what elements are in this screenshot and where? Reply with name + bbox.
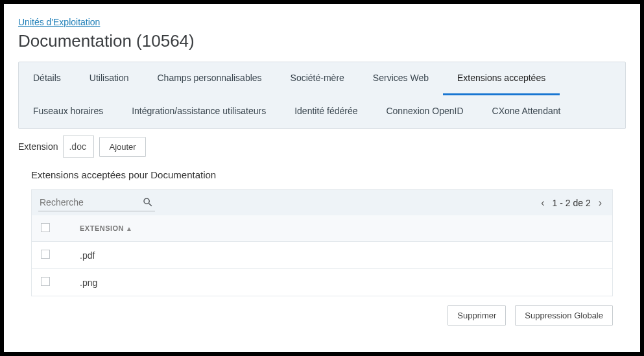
tab-services[interactable]: Services Web bbox=[359, 62, 443, 95]
table-footer: Supprimer Suppression Globale bbox=[31, 296, 613, 326]
add-button[interactable]: Ajouter bbox=[99, 137, 145, 157]
extension-add-row: Extension Ajouter bbox=[18, 129, 626, 169]
tab-champs[interactable]: Champs personnalisables bbox=[143, 62, 276, 95]
tab-societe[interactable]: Société-mère bbox=[276, 62, 359, 95]
delete-button[interactable]: Supprimer bbox=[447, 305, 506, 326]
search-input[interactable] bbox=[40, 197, 124, 208]
tab-openid[interactable]: Connexion OpenID bbox=[372, 95, 477, 128]
tab-integration[interactable]: Intégration/assistance utilisateurs bbox=[117, 95, 280, 128]
tabs-bar: Détails Utilisation Champs personnalisab… bbox=[18, 62, 626, 129]
column-header-label: EXTENSION bbox=[80, 224, 124, 232]
tabs-row-2: Fuseaux horaires Intégration/assistance … bbox=[19, 95, 625, 128]
row-checkbox[interactable] bbox=[41, 277, 50, 286]
row-extension-cell: .png bbox=[71, 269, 612, 296]
table-toolbar: ‹ 1 - 2 de 2 › bbox=[31, 189, 613, 215]
table-row: .pdf bbox=[32, 242, 612, 269]
accepted-extensions-section: Extensions acceptées pour Documentation … bbox=[18, 169, 626, 326]
tab-cxone[interactable]: CXone Attendant bbox=[478, 95, 575, 128]
search-icon[interactable] bbox=[142, 196, 154, 208]
column-header-extension[interactable]: EXTENSION▲ bbox=[71, 215, 612, 242]
section-title: Extensions acceptées pour Documentation bbox=[31, 169, 613, 180]
pagination-text: 1 - 2 de 2 bbox=[553, 198, 591, 208]
page-prev-icon[interactable]: ‹ bbox=[541, 197, 544, 209]
select-all-checkbox[interactable] bbox=[41, 223, 50, 232]
extension-input[interactable] bbox=[63, 136, 94, 158]
table-row: .png bbox=[32, 269, 612, 296]
table-header-row: EXTENSION▲ bbox=[32, 215, 612, 242]
tab-fuseaux[interactable]: Fuseaux horaires bbox=[19, 95, 117, 128]
search-wrap bbox=[38, 194, 155, 211]
page-title: Documentation (10564) bbox=[18, 31, 626, 51]
tab-extensions[interactable]: Extensions acceptées bbox=[443, 62, 560, 95]
breadcrumb[interactable]: Unités d'Exploitation bbox=[18, 17, 626, 27]
tab-utilisation[interactable]: Utilisation bbox=[75, 62, 143, 95]
tab-identite[interactable]: Identité fédérée bbox=[280, 95, 372, 128]
tab-details[interactable]: Détails bbox=[19, 62, 75, 95]
row-checkbox[interactable] bbox=[41, 250, 50, 259]
extension-label: Extension bbox=[18, 141, 58, 152]
select-all-header bbox=[32, 215, 71, 242]
extensions-table: EXTENSION▲ .pdf .png bbox=[32, 215, 612, 296]
app-frame: Unités d'Exploitation Documentation (105… bbox=[4, 4, 640, 352]
tabs-row-1: Détails Utilisation Champs personnalisab… bbox=[19, 62, 625, 95]
page-next-icon[interactable]: › bbox=[599, 197, 602, 209]
table-wrap: EXTENSION▲ .pdf .png bbox=[31, 215, 613, 296]
global-delete-button[interactable]: Suppression Globale bbox=[515, 305, 613, 326]
paginator: ‹ 1 - 2 de 2 › bbox=[541, 197, 602, 209]
row-extension-cell: .pdf bbox=[71, 242, 612, 269]
sort-asc-icon: ▲ bbox=[126, 225, 132, 232]
